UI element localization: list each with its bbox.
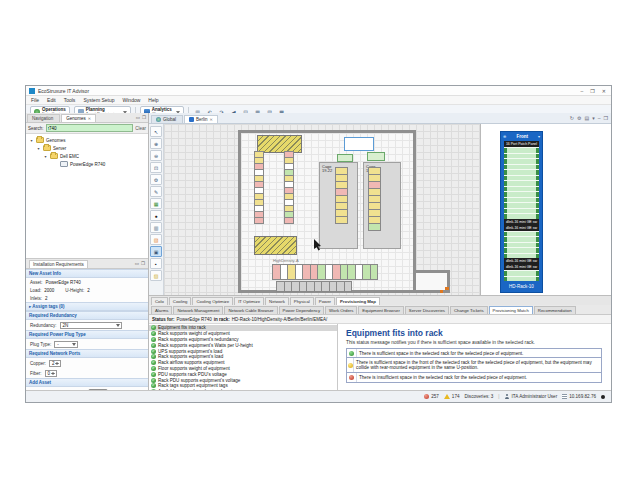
layer-tab[interactable]: Network bbox=[265, 297, 289, 305]
rack-u-slot[interactable] bbox=[504, 276, 539, 282]
map-tab[interactable]: Global bbox=[151, 115, 183, 123]
close-button[interactable]: ✕ bbox=[602, 88, 606, 94]
tree-item[interactable]: ▾ Genomes bbox=[26, 136, 148, 144]
tree-item[interactable]: ▾ Dell EMC bbox=[26, 152, 148, 160]
close-icon[interactable]: ✕ bbox=[210, 117, 213, 122]
search-input[interactable] bbox=[46, 124, 134, 132]
bottom-tab[interactable]: Provisioning Match bbox=[489, 306, 533, 314]
rack-panel-toolbar-icon[interactable]: ↻ bbox=[570, 115, 574, 121]
layer-tab[interactable]: Physical bbox=[290, 297, 314, 305]
discoveries-label[interactable]: Discoveries: 3 bbox=[465, 394, 494, 399]
close-icon[interactable]: ✕ bbox=[88, 116, 91, 121]
error-counter[interactable]: 257 bbox=[424, 394, 439, 399]
bottom-tab[interactable]: Power Dependency bbox=[279, 306, 325, 314]
menu-item[interactable]: File bbox=[31, 97, 39, 103]
rack-cell[interactable] bbox=[370, 264, 379, 280]
pin-icon[interactable]: ▾ bbox=[538, 134, 540, 139]
rack-cell[interactable] bbox=[368, 223, 381, 231]
map-tool-icon[interactable]: ⊖ bbox=[150, 150, 162, 161]
minimize-button[interactable]: – bbox=[581, 88, 584, 94]
folder-icon bbox=[50, 153, 58, 160]
copper-label: Copper: bbox=[30, 361, 46, 366]
server-indicator[interactable]: 10.169.82.76 bbox=[562, 394, 596, 399]
provisioning-status-line: Status for: PowerEdge R740 in rack: HD-R… bbox=[149, 315, 611, 324]
status-legend-row: There is sufficient space in the front o… bbox=[347, 358, 601, 373]
tree-item[interactable]: PowerEdge R740 bbox=[26, 160, 148, 168]
layer-tab[interactable]: Cooling Optimize bbox=[192, 297, 233, 305]
menu-item[interactable]: System Setup bbox=[83, 97, 114, 103]
layer-tab[interactable]: Provisioning Map bbox=[336, 297, 380, 305]
rack-panel-toolbar-icon[interactable]: ❐ bbox=[604, 115, 608, 121]
rack-panel-toolbar-icon[interactable]: ⚙ bbox=[577, 115, 581, 121]
crac-unit[interactable] bbox=[337, 154, 353, 162]
maximize-button[interactable]: ❐ bbox=[590, 88, 594, 94]
menu-item[interactable]: Help bbox=[148, 97, 158, 103]
map-tool-icon[interactable]: ▪ bbox=[150, 258, 162, 269]
rack-panel-toolbar-icon[interactable]: ▾ bbox=[592, 115, 595, 121]
check-ok-icon: ✓ bbox=[151, 354, 156, 359]
expander-icon[interactable]: ▾ bbox=[36, 146, 41, 151]
expander-icon[interactable]: ▾ bbox=[43, 154, 48, 159]
copper-stepper[interactable]: 2 bbox=[49, 360, 61, 367]
map-tool-icon[interactable]: ▨ bbox=[150, 270, 162, 281]
panel-minimize-icon[interactable]: ▭ bbox=[135, 261, 139, 266]
user-indicator[interactable]: ITA Administrator User bbox=[505, 394, 558, 399]
check-ok-icon: ✓ bbox=[151, 325, 156, 330]
map-tool-icon[interactable]: ↖ bbox=[150, 126, 162, 137]
clear-button[interactable]: Clear bbox=[135, 126, 146, 131]
crac-unit[interactable] bbox=[367, 152, 385, 161]
rack-panel-toolbar-icon[interactable]: – bbox=[598, 115, 601, 121]
map-tab[interactable]: Berlin ✕ bbox=[184, 115, 218, 123]
rack-elevation[interactable]: ⊕ Front ▾ 16 Port Patch Paneldlink-16 mi… bbox=[500, 131, 543, 293]
bottom-tab[interactable]: Recommendation bbox=[534, 306, 576, 314]
redundancy-select[interactable]: 2N bbox=[60, 322, 122, 329]
bottom-tab[interactable]: Network Cable Browser bbox=[224, 306, 277, 314]
bottom-tab[interactable]: Change Tickets bbox=[450, 306, 488, 314]
layer-tab[interactable]: Power bbox=[315, 297, 335, 305]
floor-plan-canvas[interactable]: Cage19-22 Cage15-18 Hi bbox=[164, 124, 480, 295]
rack-cell[interactable] bbox=[335, 216, 348, 224]
bottom-tab[interactable]: Server Discoveries bbox=[405, 306, 449, 314]
left-panel-tabs: Navigation Genomes ✕ ▭❐ bbox=[26, 113, 148, 123]
bottom-tab[interactable]: Alarms bbox=[151, 306, 172, 314]
left-panel-tab[interactable]: Navigation bbox=[27, 114, 60, 122]
rack-cell[interactable] bbox=[254, 217, 264, 224]
menu-item[interactable]: Edit bbox=[47, 97, 56, 103]
map-tool-icon[interactable]: ✎ bbox=[150, 186, 162, 197]
bottom-tab[interactable]: Equipment Browser bbox=[358, 306, 404, 314]
assign-tags-row[interactable]: ▸ Assign tags (0) bbox=[26, 302, 148, 311]
plug-type-select[interactable]: - bbox=[54, 341, 78, 348]
layer-tab[interactable]: IT Optimize bbox=[234, 297, 264, 305]
panel-minimize-icon[interactable]: ❐ bbox=[142, 115, 146, 120]
expander-icon[interactable]: ▾ bbox=[29, 138, 34, 143]
left-panel-tab[interactable]: Genomes ✕ bbox=[61, 114, 96, 122]
map-tool-icon[interactable]: ▥ bbox=[150, 222, 162, 233]
genome-tree: ▾ Genomes ▾ Server ▾ Dell EMC PowerEdge … bbox=[26, 134, 148, 259]
map-tool-icon[interactable]: ⊕ bbox=[150, 138, 162, 149]
pdu-box[interactable] bbox=[344, 137, 374, 151]
installation-requirements-title[interactable]: Installation Requirements bbox=[29, 260, 88, 268]
map-tool-icon[interactable]: ▧ bbox=[150, 234, 162, 245]
check-ok-icon: ✓ bbox=[151, 372, 156, 377]
map-tool-icon[interactable]: ⚙ bbox=[150, 174, 162, 185]
bottom-tab[interactable]: Network Management bbox=[173, 306, 223, 314]
map-tool-icon[interactable]: ▦ bbox=[150, 198, 162, 209]
fiber-stepper[interactable]: 0 bbox=[45, 370, 57, 377]
rack-cell[interactable] bbox=[344, 281, 353, 292]
panel-minimize-icon[interactable]: ▭ bbox=[136, 115, 140, 120]
rack-cell[interactable] bbox=[284, 217, 294, 224]
layer-tab[interactable]: Cooling bbox=[169, 297, 192, 305]
map-tool-icon[interactable]: ▣ bbox=[150, 246, 162, 257]
cage-area[interactable]: Cage19-22 bbox=[319, 162, 358, 249]
layer-tab[interactable]: Colo bbox=[151, 297, 168, 305]
panel-minimize-icon[interactable]: ❐ bbox=[141, 261, 145, 266]
menu-item[interactable]: Window bbox=[123, 97, 141, 103]
map-tool-icon[interactable]: ● bbox=[150, 210, 162, 221]
map-tool-icon[interactable]: ⊡ bbox=[150, 162, 162, 173]
warning-counter[interactable]: 174 bbox=[444, 394, 460, 399]
cage-area[interactable]: Cage15-18 bbox=[363, 162, 401, 249]
menu-item[interactable]: Tools bbox=[64, 97, 76, 103]
rack-panel-toolbar-icon[interactable]: ▤ bbox=[584, 115, 589, 121]
tree-item[interactable]: ▾ Server bbox=[26, 144, 148, 152]
bottom-tab[interactable]: Work Orders bbox=[325, 306, 357, 314]
